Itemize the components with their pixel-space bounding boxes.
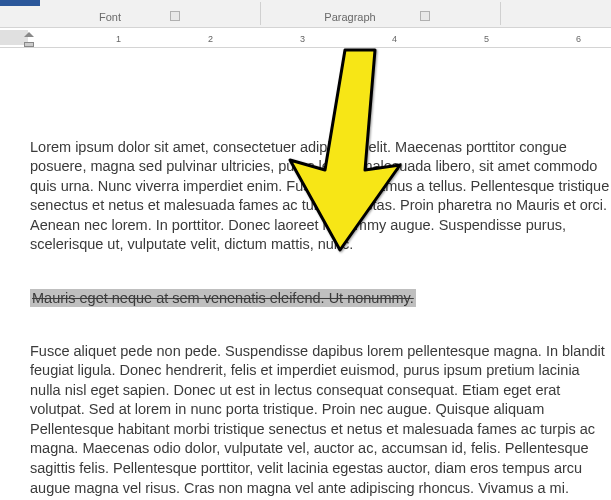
ribbon-group-labels: Font Paragraph <box>0 0 611 28</box>
ribbon-divider <box>260 2 261 25</box>
body-paragraph-selected[interactable]: Mauris eget neque at sem venenatis eleif… <box>30 289 611 309</box>
font-dialog-launcher[interactable] <box>170 11 180 21</box>
body-paragraph[interactable]: Lorem ipsum dolor sit amet, consectetuer… <box>30 138 611 255</box>
ribbon-divider <box>500 2 501 25</box>
document-page[interactable]: Lorem ipsum dolor sit amet, consectetuer… <box>0 48 611 500</box>
ruler-tick: 1 <box>116 34 121 44</box>
ruler-tick: 3 <box>300 34 305 44</box>
ribbon-group-paragraph: Paragraph <box>290 11 410 23</box>
ribbon-group-font: Font <box>60 11 160 23</box>
hanging-indent-marker[interactable] <box>24 42 34 47</box>
paragraph-dialog-launcher[interactable] <box>420 11 430 21</box>
horizontal-ruler[interactable]: 1 2 3 4 5 6 <box>0 28 611 48</box>
ruler-tick: 6 <box>576 34 581 44</box>
ruler-tick: 5 <box>484 34 489 44</box>
ruler-tick: 2 <box>208 34 213 44</box>
first-line-indent-marker[interactable] <box>24 32 34 37</box>
body-paragraph[interactable]: Fusce aliquet pede non pede. Suspendisse… <box>30 342 611 500</box>
selected-strikethrough-text[interactable]: Mauris eget neque at sem venenatis eleif… <box>30 289 416 307</box>
ruler-tick: 4 <box>392 34 397 44</box>
ribbon-accent <box>0 0 40 6</box>
